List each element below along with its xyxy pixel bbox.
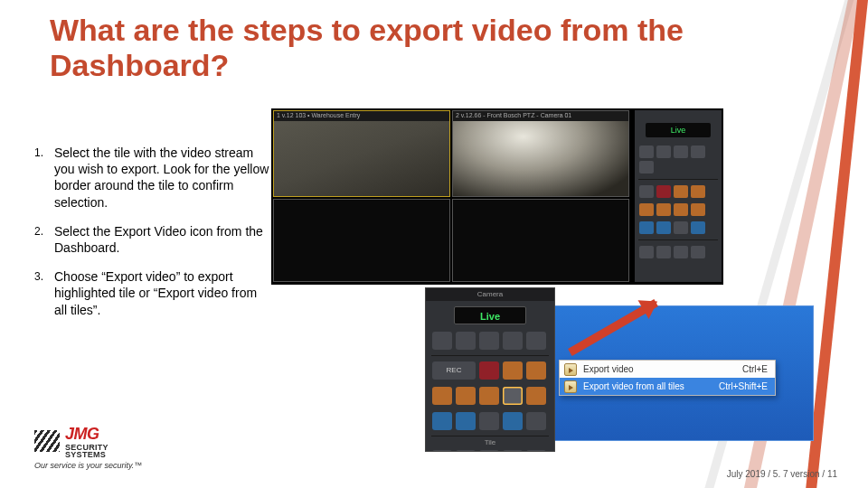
layout-icon (526, 450, 546, 452)
export-icon (564, 380, 577, 393)
logo-tagline: Our service is your security.™ (34, 461, 142, 470)
logo-brand: JMG (65, 425, 99, 443)
menu-item-shortcut: Ctrl+Shift+E (719, 381, 768, 391)
menu-item-label: Export video from all tiles (583, 381, 684, 391)
tool-icon (432, 387, 452, 405)
menu-item-export-video: Export video Ctrl+E (560, 361, 775, 378)
folder-icon (691, 185, 705, 198)
slide-decoration (835, 0, 868, 488)
record-icon (479, 361, 499, 380)
camera-tile-empty (273, 199, 450, 282)
export-context-menu: Export video Ctrl+E Export video from al… (559, 360, 776, 396)
export-menu-screenshot: Camera Live REC (425, 287, 823, 452)
live-indicator: Live (454, 306, 526, 324)
tool-icon (674, 221, 688, 234)
dashboard-screenshot-grid: 1 v.12 103 • Warehouse Entry 2 v.12.66 -… (271, 108, 723, 285)
tool-icon (656, 203, 671, 216)
step-number: 2. (34, 223, 54, 256)
export-video-icon (503, 387, 523, 405)
layout-icon (479, 450, 499, 452)
layout-icon (691, 246, 705, 258)
pause-icon (479, 332, 499, 350)
layout-icon (456, 450, 476, 452)
record-icon (656, 185, 671, 198)
tool-icon (691, 221, 705, 234)
layout-icon (503, 450, 523, 452)
menu-item-label: Export video (583, 364, 634, 374)
tool-icon (691, 203, 705, 216)
prev-icon (656, 145, 671, 158)
snapshot-icon (674, 185, 688, 198)
layout-icon (432, 450, 452, 452)
camera-tile-selected: 1 v.12 103 • Warehouse Entry (273, 110, 450, 197)
menu-item-shortcut: Ctrl+E (742, 364, 768, 374)
next-icon (691, 145, 705, 158)
tile-section-label: Tile (426, 438, 554, 446)
tool-icon (639, 185, 654, 198)
layout-icon (639, 246, 654, 258)
tool-icon (479, 387, 499, 405)
tool-icon (479, 412, 499, 430)
camera-tile-empty (452, 199, 629, 282)
export-icon (564, 363, 577, 376)
step-item: 3. Choose “Export video” to export highl… (34, 268, 269, 318)
company-logo: JMG SECURITY SYSTEMS Our service is your… (34, 425, 142, 470)
tile-header: 2 v.12.66 - Front Bosch PTZ - Camera 01 (453, 111, 628, 121)
prev-icon (456, 332, 476, 350)
tool-icon (526, 387, 546, 405)
camera-tile: 2 v.12.66 - Front Bosch PTZ - Camera 01 (452, 110, 629, 197)
forward-icon (639, 161, 654, 174)
step-item: 1. Select the tile with the video stream… (34, 145, 269, 211)
tool-icon (456, 387, 476, 405)
live-indicator: Live (646, 123, 711, 137)
tile-header: 1 v.12 103 • Warehouse Entry (274, 111, 449, 121)
panel-header: Camera (426, 288, 554, 301)
snapshot-icon (503, 361, 523, 380)
next-icon (503, 332, 523, 350)
step-text: Select the tile with the video stream yo… (54, 145, 269, 211)
tool-icon (639, 203, 654, 216)
slide-footer: July 2019 / 5. 7 version / 11 (727, 469, 837, 479)
folder-icon (526, 361, 546, 380)
rewind-icon (639, 145, 654, 158)
pause-icon (674, 145, 688, 158)
step-item: 2. Select the Export Video icon from the… (34, 223, 269, 256)
step-text: Select the Export Video icon from the Da… (54, 223, 269, 256)
export-icon (674, 203, 688, 216)
forward-icon (526, 332, 546, 350)
logo-line2: SYSTEMS (65, 451, 108, 458)
steps-list: 1. Select the tile with the video stream… (34, 145, 269, 331)
camera-control-panel-zoom: Camera Live REC (425, 287, 555, 452)
tool-icon (639, 221, 654, 234)
camera-control-panel: Live (635, 110, 722, 282)
rewind-icon (432, 332, 452, 350)
step-text: Choose “Export video” to export highligh… (54, 268, 269, 318)
step-number: 1. (34, 145, 54, 211)
layout-icon (674, 246, 688, 258)
step-number: 3. (34, 268, 54, 318)
slide-title: What are the steps to export video from … (50, 13, 737, 83)
rec-button: REC (432, 361, 476, 380)
tool-icon (526, 412, 546, 430)
layout-icon (656, 246, 671, 258)
tool-icon (656, 221, 671, 234)
logo-mark-icon (34, 430, 60, 452)
menu-item-export-all-tiles: Export video from all tiles Ctrl+Shift+E (560, 378, 775, 395)
tool-icon (503, 412, 523, 430)
tool-icon (456, 412, 476, 430)
tool-icon (432, 412, 452, 430)
